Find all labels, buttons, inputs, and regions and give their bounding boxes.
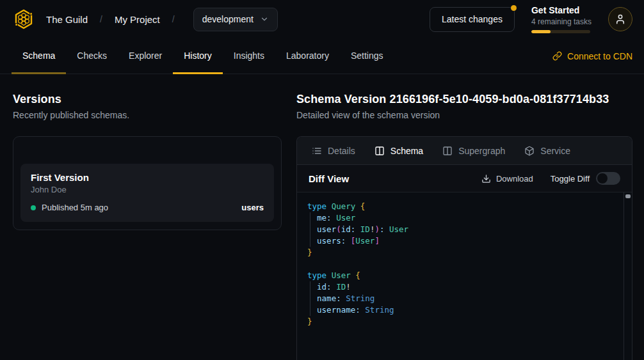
toggle-diff-knob <box>597 173 608 184</box>
schema-version-tabs: Details Schema Supergraph <box>297 137 632 165</box>
nav-tab-label: History <box>184 51 212 61</box>
version-name: First Version <box>31 172 264 183</box>
diff-view-header: Diff View Download Toggle Diff <box>297 165 632 192</box>
nav-tab-label: Insights <box>234 51 264 61</box>
tab-schema[interactable]: Schema <box>365 137 433 164</box>
diff-view-title: Diff View <box>309 173 349 184</box>
environment-selector-value: development <box>202 14 254 24</box>
code-scrollbar <box>624 192 632 360</box>
tab-details[interactable]: Details <box>302 137 365 164</box>
download-label: Download <box>496 174 533 184</box>
nav-tab-label: Settings <box>351 51 383 61</box>
nav-tab-label: Explorer <box>129 51 162 61</box>
version-status-row: Published 5m ago users <box>31 203 264 212</box>
nav-tab-label: Checks <box>77 51 107 61</box>
user-icon <box>615 13 626 25</box>
published-status-dot <box>31 205 36 210</box>
tab-label: Details <box>328 146 355 156</box>
get-started-progressbar <box>531 30 590 33</box>
schema-version-title: Schema Version 2166196f-5e10-4059-bd0a-0… <box>296 93 632 106</box>
nav-tab-laboratory[interactable]: Laboratory <box>275 38 340 74</box>
user-avatar-button[interactable] <box>608 7 632 31</box>
versions-title: Versions <box>13 93 282 106</box>
schema-code-viewer: type Query { me: User user(id: ID!): Use… <box>297 192 632 360</box>
nav-tab-label: Schema <box>22 51 55 61</box>
tab-service[interactable]: Service <box>515 137 580 164</box>
columns-icon <box>374 146 385 156</box>
breadcrumb-separator: / <box>98 14 104 24</box>
tab-label: Supergraph <box>458 146 505 156</box>
breadcrumb-separator: / <box>170 14 177 24</box>
primary-nav: Schema Checks Explorer History Insights … <box>0 38 644 74</box>
code-scrollbar-thumb[interactable] <box>625 194 631 198</box>
code-block: type Query { me: User user(id: ID!): Use… <box>307 201 622 327</box>
nav-tab-checks[interactable]: Checks <box>66 38 118 74</box>
get-started-widget[interactable]: Get Started 4 remaining tasks <box>531 5 592 33</box>
hive-logo-icon <box>12 8 35 31</box>
tab-supergraph[interactable]: Supergraph <box>433 137 515 164</box>
tab-label: Schema <box>390 146 423 156</box>
environment-selector[interactable]: development <box>193 8 278 31</box>
versions-panel: Versions Recently published schemas. Fir… <box>13 93 282 360</box>
download-icon <box>481 174 491 184</box>
nav-tab-history[interactable]: History <box>173 38 223 74</box>
toggle-diff-label: Toggle Diff <box>551 174 590 184</box>
version-list-item[interactable]: First Version John Doe Published 5m ago … <box>20 164 274 222</box>
header-left: The Guild / My Project / development <box>12 7 278 31</box>
columns-icon <box>442 146 453 156</box>
app-root: The Guild / My Project / development Lat… <box>0 0 644 360</box>
app-header: The Guild / My Project / development Lat… <box>0 0 644 38</box>
get-started-progress-fill <box>531 30 551 33</box>
schema-version-panel: Schema Version 2166196f-5e10-4059-bd0a-0… <box>296 93 632 360</box>
schema-version-card: Details Schema Supergraph <box>296 136 632 360</box>
version-author: John Doe <box>31 185 264 194</box>
cube-icon <box>524 146 535 156</box>
schema-version-subtitle: Detailed view of the schema version <box>296 110 632 120</box>
versions-subtitle: Recently published schemas. <box>13 110 282 120</box>
latest-changes-label: Latest changes <box>442 14 503 24</box>
list-icon <box>312 146 322 156</box>
version-service-badge: users <box>241 203 264 212</box>
link-icon <box>552 51 562 61</box>
breadcrumb-project[interactable]: My Project <box>115 14 160 25</box>
nav-tab-label: Laboratory <box>286 51 329 61</box>
latest-changes-button[interactable]: Latest changes <box>430 7 515 32</box>
nav-tab-insights[interactable]: Insights <box>223 38 275 74</box>
get-started-subtitle: 4 remaining tasks <box>531 17 592 27</box>
connect-to-cdn-label: Connect to CDN <box>567 51 632 61</box>
main-content: Versions Recently published schemas. Fir… <box>0 74 644 360</box>
nav-tab-schema[interactable]: Schema <box>12 38 66 74</box>
nav-tab-settings[interactable]: Settings <box>340 38 394 74</box>
breadcrumb-org[interactable]: The Guild <box>46 14 88 25</box>
download-button[interactable]: Download <box>481 174 533 184</box>
toggle-diff-switch[interactable] <box>596 172 620 185</box>
diff-view-actions: Download Toggle Diff <box>481 172 620 185</box>
version-status: Published 5m ago <box>42 203 108 212</box>
header-right: Latest changes Get Started 4 remaining t… <box>430 5 632 33</box>
versions-list-card: First Version John Doe Published 5m ago … <box>13 136 282 230</box>
tab-label: Service <box>540 146 570 156</box>
hive-logo[interactable] <box>12 7 36 31</box>
nav-tab-explorer[interactable]: Explorer <box>118 38 173 74</box>
connect-to-cdn-button[interactable]: Connect to CDN <box>552 38 632 74</box>
chevron-down-icon <box>260 15 269 24</box>
notification-dot <box>511 5 517 11</box>
get-started-title: Get Started <box>531 5 592 17</box>
toggle-diff-control: Toggle Diff <box>551 172 620 185</box>
